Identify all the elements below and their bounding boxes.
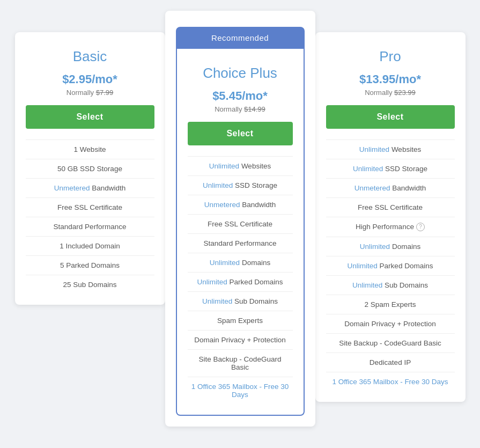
feature-text: 1 Included Domain <box>60 242 120 250</box>
feature-list-basic: 1 Website50 GB SSD StorageUnmetered Band… <box>26 139 154 294</box>
feature-text: High Performance <box>356 223 414 231</box>
feature-item: Unlimited Websites <box>188 156 293 175</box>
feature-item: Unlimited SSD Storage <box>188 175 293 195</box>
select-button-pro[interactable]: Select <box>326 105 455 129</box>
feature-item: 1 Office 365 Mailbox - Free 30 Days <box>326 372 455 391</box>
feature-highlight: Unlimited <box>202 297 232 305</box>
feature-text: Free SSL Certificate <box>358 203 423 211</box>
feature-text: 5 Parked Domains <box>60 261 120 269</box>
plan-normal-price-choice-plus: Normally $14.99 <box>188 105 293 113</box>
feature-suffix: Websites <box>389 145 421 153</box>
feature-highlight: Unlimited <box>359 145 389 153</box>
feature-suffix: Parked Domains <box>227 278 283 286</box>
feature-item: Unmetered Bandwidth <box>326 178 455 197</box>
feature-item: Unlimited Domains <box>188 253 293 272</box>
feature-suffix: Websites <box>239 162 271 170</box>
plan-title-pro: Pro <box>326 48 455 65</box>
feature-item: 5 Parked Domains <box>26 255 154 275</box>
feature-item: Unlimited Sub Domains <box>188 291 293 311</box>
feature-text: Standard Performance <box>54 223 127 231</box>
feature-text: Free SSL Certificate <box>57 203 122 211</box>
feature-item: Domain Privacy + Protection <box>188 330 293 349</box>
plan-normal-price-pro: Normally $23.99 <box>326 89 455 97</box>
feature-text: 2 Spam Experts <box>364 300 416 309</box>
feature-suffix: Bandwidth <box>240 201 276 209</box>
feature-item: 1 Office 365 Mailbox - Free 30 Days <box>188 377 293 404</box>
feature-text: 50 GB SSD Storage <box>57 165 122 173</box>
feature-item: 1 Included Domain <box>26 236 154 255</box>
feature-suffix: Bandwidth <box>390 184 426 192</box>
feature-item: Unlimited Domains <box>326 237 455 256</box>
feature-item: 1 Website <box>26 139 154 159</box>
select-button-basic[interactable]: Select <box>26 105 154 129</box>
feature-highlight: Unmetered <box>204 201 240 209</box>
feature-item: Unlimited Parked Domains <box>326 256 455 275</box>
feature-suffix: Sub Domains <box>232 297 278 305</box>
feature-highlight: Unlimited <box>203 181 233 189</box>
feature-item: 50 GB SSD Storage <box>26 159 154 178</box>
feature-highlight: Unlimited <box>352 281 382 289</box>
recommended-badge: Recommended <box>176 27 305 49</box>
feature-list-pro: Unlimited WebsitesUnlimited SSD StorageU… <box>326 139 455 391</box>
feature-item: Standard Performance <box>188 233 293 253</box>
feature-highlight: Unlimited <box>210 259 240 267</box>
feature-item: Unlimited Parked Domains <box>188 272 293 291</box>
feature-highlight: Unlimited <box>360 243 390 251</box>
feature-text: Spam Experts <box>217 317 263 325</box>
office-365-link-choice-plus[interactable]: 1 Office 365 Mailbox - Free 30 Days <box>191 383 289 399</box>
feature-item: 25 Sub Domains <box>26 275 154 294</box>
plan-card-pro: Pro $13.95/mo* Normally $23.99 Select Un… <box>315 32 466 402</box>
feature-suffix: SSD Storage <box>233 181 277 189</box>
feature-list-choice-plus: Unlimited WebsitesUnlimited SSD StorageU… <box>188 156 293 404</box>
feature-suffix: Bandwidth <box>90 184 126 192</box>
feature-highlight: Unlimited <box>348 262 378 270</box>
feature-item: Standard Performance <box>26 217 154 236</box>
plan-normal-price-basic: Normally $7.99 <box>26 89 154 97</box>
plan-price-pro: $13.95/mo* <box>326 72 455 86</box>
feature-item: Unlimited SSD Storage <box>326 159 455 178</box>
feature-item: Unmetered Bandwidth <box>188 195 293 214</box>
feature-highlight: Unmetered <box>54 184 90 192</box>
feature-item: Free SSL Certificate <box>188 214 293 233</box>
feature-item: Domain Privacy + Protection <box>326 314 455 333</box>
feature-text: Site Backup - CodeGuard Basic <box>339 339 441 347</box>
feature-item: 2 Spam Experts <box>326 295 455 314</box>
feature-item: Unlimited Websites <box>326 139 455 159</box>
feature-text: Domain Privacy + Protection <box>344 320 436 328</box>
feature-suffix: SSD Storage <box>383 165 427 173</box>
feature-highlight: Unlimited <box>353 165 383 173</box>
feature-text: Site Backup - CodeGuard Basic <box>199 355 282 371</box>
plan-price-choice-plus: $5.45/mo* <box>188 89 293 103</box>
feature-item: Spam Experts <box>188 311 293 330</box>
plan-card-choice-plus: Recommended Choice Plus $5.45/mo* Normal… <box>165 11 315 427</box>
office-365-link-pro[interactable]: 1 Office 365 Mailbox - Free 30 Days <box>333 378 448 386</box>
feature-highlight: Unlimited <box>197 278 227 286</box>
feature-item: Site Backup - CodeGuard Basic <box>326 333 455 352</box>
feature-item: Dedicated IP <box>326 352 455 372</box>
feature-item: Unlimited Sub Domains <box>326 275 455 295</box>
feature-item: High Performance? <box>326 217 455 237</box>
plans-container: Basic $2.95/mo* Normally $7.99 Select 1 … <box>5 11 475 427</box>
plan-title-basic: Basic <box>26 48 154 65</box>
select-button-choice-plus[interactable]: Select <box>188 122 293 145</box>
feature-text: Standard Performance <box>204 239 277 247</box>
feature-suffix: Sub Domains <box>382 281 428 289</box>
plan-title-choice-plus: Choice Plus <box>188 65 293 82</box>
feature-highlight: Unlimited <box>209 162 239 170</box>
feature-item: Free SSL Certificate <box>326 197 455 217</box>
feature-item: Unmetered Bandwidth <box>26 178 154 197</box>
feature-text: 1 Website <box>74 145 106 153</box>
plan-card-basic: Basic $2.95/mo* Normally $7.99 Select 1 … <box>15 32 165 305</box>
feature-item: Site Backup - CodeGuard Basic <box>188 349 293 377</box>
feature-item: Free SSL Certificate <box>26 197 154 217</box>
feature-text: 25 Sub Domains <box>63 281 117 289</box>
feature-text: Free SSL Certificate <box>208 220 272 228</box>
feature-text: Domain Privacy + Protection <box>194 336 286 344</box>
feature-highlight: Unmetered <box>355 184 390 192</box>
feature-suffix: Parked Domains <box>378 262 433 270</box>
feature-suffix: Domains <box>390 243 420 251</box>
plan-price-basic: $2.95/mo* <box>26 72 154 86</box>
feature-text: Dedicated IP <box>370 358 411 366</box>
feature-suffix: Domains <box>240 259 270 267</box>
info-icon[interactable]: ? <box>416 223 425 231</box>
